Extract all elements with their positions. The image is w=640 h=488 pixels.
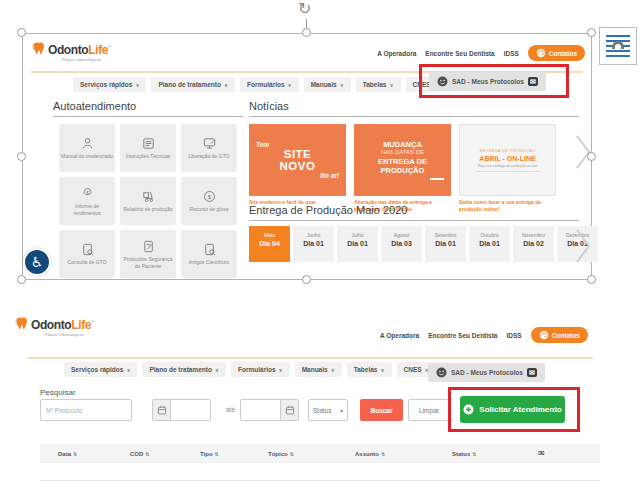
header-divider xyxy=(28,357,593,359)
month-cell: Maio Dia 04 xyxy=(249,226,290,262)
odontolife-logo: OdontoLife® Planos Odontológicos xyxy=(14,316,94,337)
banner-caption: Saiba como fazer a sua entrega de produç… xyxy=(459,199,556,212)
banner-site-novo[interactable]: Tem SITE NOVO No ar! xyxy=(249,124,346,196)
date-to-input[interactable] xyxy=(241,400,280,421)
tile-informe-rendimentos[interactable]: $ Informe de rendimentos xyxy=(59,177,115,225)
table-header[interactable]: Data ⇅ xyxy=(58,451,130,457)
date-from-input[interactable] xyxy=(171,400,210,421)
until-label: até xyxy=(226,406,235,413)
rotate-handle-icon[interactable]: ↻ xyxy=(298,0,311,18)
chevron-right-icon[interactable] xyxy=(575,228,591,264)
logo-tagline: Planos Odontológicos xyxy=(31,333,94,337)
limpar-button[interactable]: Limpar xyxy=(408,399,450,421)
tile-protocolos-seguranca[interactable]: Protocolos Segurança do Paciente xyxy=(120,230,176,278)
tile-instrucoes-tecnicas[interactable]: Instruções Técnicas xyxy=(120,124,176,172)
table-header[interactable]: Assunto ⇅ xyxy=(355,451,452,457)
layout-options-button[interactable] xyxy=(599,27,637,65)
tile-artigos-cientificos[interactable]: Artigos Científicos xyxy=(181,230,237,278)
results-table-header: Data ⇅ COD ⇅ Tipo ⇅ Tópico ⇅ xyxy=(40,444,600,463)
monitor-pencil-icon xyxy=(202,136,217,151)
logo-odonto-text: Odonto xyxy=(31,318,71,332)
banner-abril-online[interactable]: ENTREGA DE PRODUÇÃO ABRIL - ON-LINE Faça… xyxy=(459,124,556,196)
protocol-number-input[interactable] xyxy=(40,399,132,421)
calendar-icon[interactable] xyxy=(153,400,171,420)
selection-handle-top-left[interactable] xyxy=(17,28,26,37)
news-item-site-novo: Tem SITE NOVO No ar! Site moderno e fáci… xyxy=(249,124,346,212)
chevron-down-icon: ∨ xyxy=(380,367,384,373)
header-link[interactable]: Encontre Seu Dentista xyxy=(425,50,494,57)
nav-item[interactable]: Tabelas ∨ xyxy=(356,77,401,92)
tile-relatorio-producao[interactable]: Relatório de produção xyxy=(120,177,176,225)
money-bag-icon: $ xyxy=(80,186,95,201)
dollar-circle-icon: $ xyxy=(202,189,217,204)
nav-item[interactable]: Plano de tratamento ∨ xyxy=(142,362,226,377)
entrega-title: Entrega de Produção Maio 2020 xyxy=(249,204,407,216)
chevron-down-icon: ∨ xyxy=(126,367,130,373)
selection-handle-bottom-right[interactable] xyxy=(587,275,596,284)
table-row-divider xyxy=(40,480,600,481)
nav-item[interactable]: Manuais ∨ xyxy=(304,77,351,92)
chevron-down-icon: ∨ xyxy=(135,82,139,88)
svg-text:$: $ xyxy=(207,193,211,200)
selection-handle-left[interactable] xyxy=(17,152,26,161)
nav-item[interactable]: Serviços rápidos ∨ xyxy=(64,362,137,377)
selection-handle-top-middle[interactable] xyxy=(302,28,311,37)
header-link[interactable]: A Operadora xyxy=(380,332,419,339)
header-link[interactable]: A Operadora xyxy=(377,50,416,57)
header-link[interactable]: IDSS xyxy=(507,332,522,339)
logo-life-text: Life xyxy=(71,318,91,332)
banner-fineprint-line xyxy=(476,171,540,172)
sad-meus-protocolos-button[interactable]: SAD - Meus Protocolos ✉ xyxy=(428,363,545,382)
text-wrap-icon xyxy=(606,35,630,57)
table-header[interactable]: Tópico ⇅ xyxy=(268,451,355,457)
banner-accent-bar xyxy=(430,178,444,180)
headset-icon xyxy=(539,330,549,340)
chevron-down-icon: ▾ xyxy=(340,407,343,414)
header-link[interactable]: IDSS xyxy=(504,50,519,57)
buscar-button[interactable]: Buscar xyxy=(360,399,403,421)
news-item-mudanca: MUDANÇA NAS DATAS DE ENTREGA DE PRODUÇÃO… xyxy=(354,124,451,212)
news-carousel: Tem SITE NOVO No ar! Site moderno e fáci… xyxy=(249,124,556,212)
selection-handle-bottom-left[interactable] xyxy=(17,275,26,284)
nav-item[interactable]: Tabelas ∨ xyxy=(347,362,392,377)
tile-manual-credenciado[interactable]: Manual do credenciado xyxy=(59,124,115,172)
delivery-months: Maio Dia 04 Junho Dia 01 Julho Dia 01 Ag… xyxy=(249,226,598,262)
table-header[interactable]: Tipo ⇅ xyxy=(200,451,268,457)
document-search-icon xyxy=(80,242,95,257)
calendar-icon[interactable] xyxy=(280,400,298,420)
table-header[interactable]: COD ⇅ xyxy=(130,451,200,457)
tile-consulta-gto[interactable]: Consulta de GTO xyxy=(59,230,115,278)
tile-liberacao-gto[interactable]: Liberação de GTO xyxy=(181,124,237,172)
news-item-abril-online: ENTREGA DE PRODUÇÃO ABRIL - ON-LINE Faça… xyxy=(459,124,556,212)
nav-item[interactable]: Plano de tratamento ∨ xyxy=(151,77,235,92)
month-cell: Outubro Dia 01 xyxy=(469,226,510,262)
document-pencil-icon xyxy=(141,239,156,254)
chevron-down-icon: ∨ xyxy=(288,82,292,88)
registered-mark: ® xyxy=(108,44,111,49)
noticias-rule xyxy=(249,116,579,117)
month-cell: Junho Dia 01 xyxy=(293,226,334,262)
status-select[interactable]: Status ▾ xyxy=(308,399,348,421)
contatos-button[interactable]: Contatos xyxy=(531,327,588,343)
envelope-column-icon: ✉ xyxy=(538,449,545,458)
selection-handle-bottom-middle[interactable] xyxy=(302,275,311,284)
table-header[interactable]: Status ⇅ xyxy=(452,451,538,457)
nav-item[interactable]: Formulários ∨ xyxy=(240,77,299,92)
selection-handle-top-right[interactable] xyxy=(587,28,596,37)
contatos-button[interactable]: Contatos xyxy=(528,45,585,61)
svg-text:$: $ xyxy=(86,192,89,197)
chevron-down-icon: ∨ xyxy=(215,367,219,373)
autoatendimento-rule xyxy=(53,116,243,117)
nav-item[interactable]: Formulários ∨ xyxy=(231,362,290,377)
nav-item[interactable]: Manuais ∨ xyxy=(295,362,342,377)
tile-recurso-glosa[interactable]: $ Recurso de glosa xyxy=(181,177,237,225)
nav-item[interactable]: Serviços rápidos ∨ xyxy=(73,77,146,92)
header-link[interactable]: Encontre Seu Dentista xyxy=(428,332,497,339)
banner-mudanca[interactable]: MUDANÇA NAS DATAS DE ENTREGA DE PRODUÇÃO xyxy=(354,124,451,196)
autoatendimento-title: Autoatendimento xyxy=(53,100,136,112)
screenshot-dashboard[interactable]: OdontoLife® Planos Odontológicos A Opera… xyxy=(22,33,592,280)
selection-handle-right[interactable] xyxy=(587,152,596,161)
accessibility-button[interactable]: ♿ xyxy=(23,248,51,276)
odontolife-logo: OdontoLife® Planos Odontológicos xyxy=(31,41,111,62)
logo-odonto-text: Odonto xyxy=(48,43,88,57)
